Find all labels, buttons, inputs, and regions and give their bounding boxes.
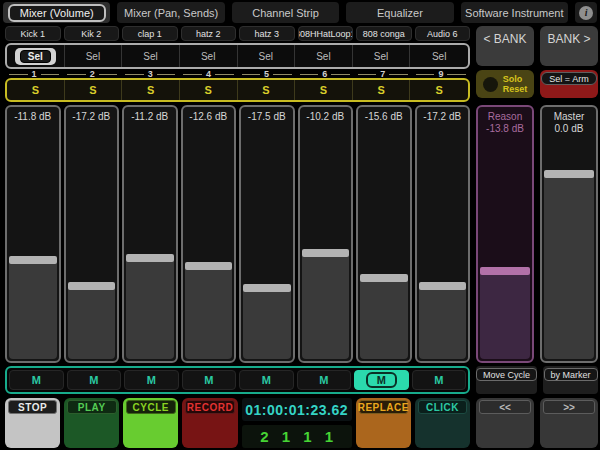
fader-handle[interactable] (126, 254, 174, 262)
fader-db-value: -17.2 dB (417, 111, 469, 122)
move-cycle-label: Move Cycle (476, 368, 537, 381)
cycle-button[interactable]: CYCLE (123, 398, 178, 448)
channel-numbers-row: 1 2 3 4 5 6 7 9 (5, 69, 470, 78)
mute-label: M (89, 374, 98, 386)
mute-button[interactable]: M (124, 370, 179, 390)
record-button[interactable]: RECORD (182, 398, 237, 448)
mute-button[interactable]: M (67, 370, 122, 390)
rewind-button[interactable]: << (476, 398, 534, 448)
cycle-marker-row: Move Cycle by Marker (476, 366, 598, 394)
fader-fill (9, 262, 57, 359)
tab-label: Channel Strip (252, 7, 319, 19)
mute-label: M (262, 374, 271, 386)
select-button[interactable]: Sel (238, 45, 296, 67)
fader-handle[interactable] (68, 282, 116, 290)
tab-channel-strip[interactable]: Channel Strip (232, 2, 339, 23)
solo-button[interactable]: S (353, 80, 411, 100)
track-name[interactable]: Audio 6 (415, 26, 471, 41)
channel-fader[interactable]: -11.2 dB (122, 105, 178, 363)
channel-fader[interactable]: -17.5 dB (239, 105, 295, 363)
time-display-group: 01:00:01:23.62 2 1 1 1 (242, 398, 352, 448)
solo-reset-button[interactable]: SoloReset (476, 70, 534, 98)
select-button[interactable]: Sel (410, 45, 468, 67)
info-button[interactable]: i (575, 2, 597, 23)
fader-handle[interactable] (360, 274, 408, 282)
bank-next-button[interactable]: BANK > (540, 26, 598, 66)
track-name[interactable]: 808 conga (356, 26, 412, 41)
tab-equalizer[interactable]: Equalizer (346, 2, 453, 23)
track-name[interactable]: clap 1 (122, 26, 178, 41)
fader-fill (243, 290, 291, 359)
solo-button[interactable]: S (65, 80, 123, 100)
solo-button[interactable]: S (410, 80, 468, 100)
reason-db-value: -13.8 dB (478, 123, 532, 134)
reason-fader[interactable]: Reason -13.8 dB (476, 105, 534, 363)
channel-fader[interactable]: -17.2 dB (415, 105, 471, 363)
by-marker-button[interactable]: by Marker (543, 366, 598, 394)
fader-fill (302, 255, 350, 359)
tab-mixer-volume[interactable]: Mixer (Volume) (3, 2, 110, 23)
tab-mixer-pan-sends[interactable]: Mixer (Pan, Sends) (117, 2, 224, 23)
stop-button[interactable]: STOP (5, 398, 60, 448)
fader-handle[interactable] (302, 249, 350, 257)
solo-button[interactable]: S (238, 80, 296, 100)
move-cycle-button[interactable]: Move Cycle (476, 366, 537, 394)
select-button[interactable]: Sel (7, 45, 65, 67)
fader-db-value: -10.2 dB (300, 111, 352, 122)
mute-button[interactable]: M (9, 370, 64, 390)
track-name[interactable]: Kik 2 (64, 26, 120, 41)
master-fader[interactable]: Master 0.0 dB (540, 105, 598, 363)
mute-button[interactable]: M (297, 370, 352, 390)
select-pill: Sel (15, 48, 56, 65)
channel-fader[interactable]: -10.2 dB (298, 105, 354, 363)
mute-button[interactable]: M (354, 370, 409, 390)
mute-button[interactable]: M (182, 370, 237, 390)
select-label: Sel (86, 51, 100, 62)
forward-button[interactable]: >> (540, 398, 598, 448)
replace-button[interactable]: REPLACE (356, 398, 411, 448)
click-button[interactable]: CLICK (415, 398, 470, 448)
fader-handle[interactable] (243, 284, 291, 292)
bank-prev-button[interactable]: < BANK (476, 26, 534, 66)
track-name[interactable]: 808HHatLoop1 (298, 26, 354, 41)
play-button[interactable]: PLAY (64, 398, 119, 448)
select-button[interactable]: Sel (295, 45, 353, 67)
fader-fill (544, 176, 594, 359)
fader-handle[interactable] (185, 262, 233, 270)
fader-handle[interactable] (9, 256, 57, 264)
channel-fader[interactable]: -11.8 dB (5, 105, 61, 363)
mute-button[interactable]: M (412, 370, 467, 390)
fader-handle[interactable] (480, 267, 530, 275)
track-name[interactable]: hatz 2 (181, 26, 237, 41)
select-button[interactable]: Sel (65, 45, 123, 67)
fader-handle[interactable] (419, 282, 467, 290)
click-label: CLICK (418, 400, 468, 414)
track-names-row: Kick 1 Kik 2 clap 1 hatz 2 hatz 3 808HHa… (5, 26, 470, 41)
channel-fader[interactable]: -12.6 dB (181, 105, 237, 363)
fader-fill (480, 273, 530, 359)
track-name[interactable]: hatz 3 (239, 26, 295, 41)
tab-software-instrument[interactable]: Software Instrument (461, 2, 568, 23)
sel-arm-button[interactable]: Sel = Arm (540, 70, 598, 98)
bars-beats-display: 2 1 1 1 (242, 425, 352, 448)
faders-row: -11.8 dB -17.2 dB -11.2 dB -12.6 dB -17.… (5, 105, 470, 363)
fader-handle[interactable] (544, 170, 594, 178)
fader-db-value: -15.6 dB (358, 111, 410, 122)
solo-button[interactable]: S (295, 80, 353, 100)
select-button[interactable]: Sel (353, 45, 411, 67)
track-name[interactable]: Kick 1 (5, 26, 61, 41)
solo-reset-label: SoloReset (503, 74, 528, 94)
channel-fader[interactable]: -15.6 dB (356, 105, 412, 363)
mute-label: M (434, 374, 443, 386)
channel-fader[interactable]: -17.2 dB (64, 105, 120, 363)
fader-fill (360, 280, 408, 359)
transport-bar: STOP PLAY CYCLE RECORD 01:00:01:23.62 2 … (5, 398, 470, 448)
solo-button[interactable]: S (7, 80, 65, 100)
info-icon: i (579, 6, 593, 20)
main-area: Kick 1 Kik 2 clap 1 hatz 2 hatz 3 808HHa… (0, 26, 600, 450)
select-button[interactable]: Sel (122, 45, 180, 67)
select-button[interactable]: Sel (180, 45, 238, 67)
mute-button[interactable]: M (239, 370, 294, 390)
solo-button[interactable]: S (122, 80, 180, 100)
solo-button[interactable]: S (180, 80, 238, 100)
